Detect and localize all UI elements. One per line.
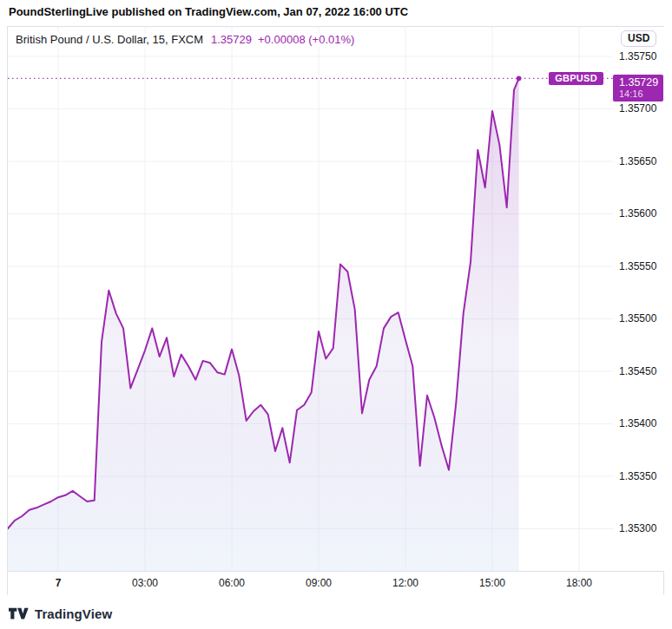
time-tick-label: 15:00: [479, 572, 505, 595]
currency-toggle-button[interactable]: USD: [621, 30, 656, 47]
price-tick-label: 1.35600: [619, 207, 656, 220]
price-tick-label: 1.35450: [619, 365, 656, 378]
current-price-value: 1.35729: [619, 76, 663, 88]
price-tick-label: 1.35550: [619, 260, 656, 273]
chart-frame: British Pound / U.S. Dollar, 15, FXCM1.3…: [7, 26, 664, 595]
time-tick-label: 03:00: [132, 572, 158, 595]
chart-plot-area[interactable]: British Pound / U.S. Dollar, 15, FXCM1.3…: [8, 27, 614, 571]
publication-header: PoundSterlingLive published on TradingVi…: [9, 0, 408, 26]
price-chart-svg: [8, 27, 613, 571]
legend-last-price: 1.35729: [211, 33, 252, 46]
chart-legend: British Pound / U.S. Dollar, 15, FXCM1.3…: [16, 32, 358, 47]
price-tick-label: 1.35750: [619, 50, 656, 63]
tradingview-logo-text[interactable]: TradingView: [35, 606, 112, 621]
current-price-badge: 1.35729 14:16: [613, 75, 663, 102]
time-tick-label: 06:00: [219, 572, 245, 595]
symbol-price-flag: GBPUSD: [549, 72, 603, 85]
footer-brand: TradingView: [9, 603, 112, 624]
price-tick-label: 1.35500: [619, 312, 656, 325]
price-tick-label: 1.35350: [619, 470, 656, 483]
price-tick-label: 1.35300: [619, 522, 656, 535]
time-tick-label: 18:00: [566, 572, 592, 595]
bar-countdown: 14:16: [619, 88, 663, 99]
tradingview-logo-icon[interactable]: [9, 606, 30, 622]
price-tick-label: 1.35650: [619, 155, 656, 168]
legend-price-change: +0.00008 (+0.01%): [258, 33, 354, 46]
time-tick-label: 7: [56, 572, 62, 595]
price-tick-label: 1.35400: [619, 417, 656, 430]
symbol-title[interactable]: British Pound / U.S. Dollar, 15, FXCM: [16, 33, 203, 46]
price-axis[interactable]: USD 1.357501.357001.356501.356001.355501…: [613, 27, 665, 571]
price-tick-label: 1.35700: [619, 102, 656, 115]
time-tick-label: 12:00: [392, 572, 418, 595]
time-tick-label: 09:00: [306, 572, 332, 595]
time-axis[interactable]: 703:0006:0009:0012:0015:0018:00: [8, 571, 663, 595]
